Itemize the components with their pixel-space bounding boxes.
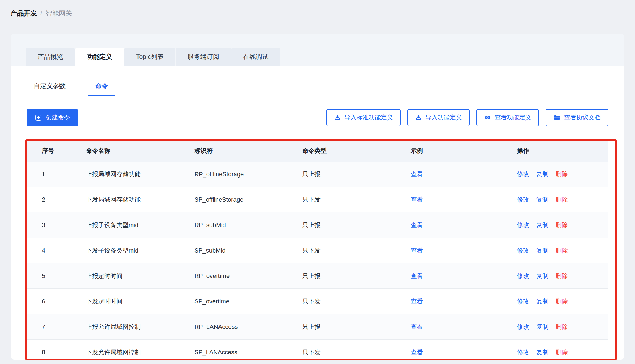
create-command-label: 创建命令: [46, 113, 70, 122]
delete-link[interactable]: 删除: [556, 348, 568, 357]
table-row: 1 上报局域网存储功能 RP_offlineStorage 只上报 查看 修改 …: [27, 162, 608, 187]
subtab-commands[interactable]: 命令: [88, 77, 115, 96]
cell-command-name: 下发子设备类型mid: [86, 246, 194, 255]
view-example-link[interactable]: 查看: [411, 349, 423, 356]
sub-tabbar: 自定义参数 命令: [27, 77, 608, 96]
breadcrumb-separator: /: [40, 9, 42, 17]
delete-link[interactable]: 删除: [556, 272, 568, 280]
eye-icon: [484, 114, 491, 121]
toolbar: 创建命令 导入标准功能定义: [27, 109, 608, 126]
table-row: 6 下发超时时间 SP_overtime 只下发 查看 修改 复制 删除: [27, 289, 608, 314]
edit-link[interactable]: 修改: [517, 246, 529, 255]
table-body: 1 上报局域网存储功能 RP_offlineStorage 只上报 查看 修改 …: [27, 162, 608, 360]
column-header-type: 命令类型: [302, 147, 411, 155]
cell-command-name: 下发超时时间: [86, 297, 194, 306]
delete-link[interactable]: 删除: [556, 170, 568, 178]
tab-topic-list[interactable]: Topic列表: [124, 48, 175, 66]
cell-no: 3: [42, 222, 86, 229]
table-row: 4 下发子设备类型mid SP_subMid 只下发 查看 修改 复制 删除: [27, 238, 608, 263]
cell-identifier: RP_LANAccess: [194, 323, 302, 331]
cell-operations: 修改 复制 删除: [517, 272, 603, 280]
edit-link[interactable]: 修改: [517, 221, 529, 229]
tab-product-overview[interactable]: 产品概览: [26, 48, 75, 66]
column-header-operations: 操作: [517, 147, 603, 155]
view-example-link[interactable]: 查看: [411, 196, 423, 203]
cell-command-name: 下发局域网存储功能: [86, 196, 194, 204]
cell-example: 查看: [411, 348, 517, 357]
subtab-custom-params[interactable]: 自定义参数: [27, 77, 73, 96]
copy-link[interactable]: 复制: [536, 272, 548, 280]
import-icon: [415, 114, 422, 121]
copy-link[interactable]: 复制: [536, 170, 548, 178]
edit-link[interactable]: 修改: [517, 196, 529, 204]
create-command-button[interactable]: 创建命令: [27, 109, 78, 126]
cell-example: 查看: [411, 297, 517, 306]
view-definition-button[interactable]: 查看功能定义: [476, 109, 539, 126]
cell-command-name: 上报子设备类型mid: [86, 221, 194, 229]
view-protocol-doc-button[interactable]: 查看协议文档: [546, 109, 608, 126]
tab-server-subscription[interactable]: 服务端订阅: [176, 48, 231, 66]
edit-link[interactable]: 修改: [517, 297, 529, 306]
cell-no: 8: [42, 349, 86, 356]
edit-link[interactable]: 修改: [517, 323, 529, 331]
edit-link[interactable]: 修改: [517, 170, 529, 178]
copy-link[interactable]: 复制: [536, 323, 548, 331]
delete-link[interactable]: 删除: [556, 297, 568, 306]
delete-link[interactable]: 删除: [556, 196, 568, 204]
cell-command-type: 只下发: [302, 196, 411, 204]
view-example-link[interactable]: 查看: [411, 272, 423, 279]
cell-example: 查看: [411, 323, 517, 331]
cell-command-name: 上报超时时间: [86, 272, 194, 280]
cell-no: 7: [42, 323, 86, 331]
edit-link[interactable]: 修改: [517, 348, 529, 357]
import-icon: [334, 114, 341, 121]
cell-no: 5: [42, 272, 86, 280]
breadcrumb-root[interactable]: 产品开发: [11, 9, 37, 18]
cell-identifier: SP_offlineStorage: [194, 196, 302, 203]
view-example-link[interactable]: 查看: [411, 171, 423, 178]
cell-operations: 修改 复制 删除: [517, 170, 603, 178]
table-row: 8 下发允许局域网控制 SP_LANAccess 只下发 查看 修改 复制 删除: [27, 340, 608, 360]
delete-link[interactable]: 删除: [556, 323, 568, 331]
table-row: 2 下发局域网存储功能 SP_offlineStorage 只下发 查看 修改 …: [27, 187, 608, 212]
copy-link[interactable]: 复制: [536, 297, 548, 306]
view-example-link[interactable]: 查看: [411, 323, 423, 330]
table-row: 5 上报超时时间 RP_overtime 只上报 查看 修改 复制 删除: [27, 263, 608, 289]
view-example-link[interactable]: 查看: [411, 298, 423, 305]
edit-link[interactable]: 修改: [517, 272, 529, 280]
cell-command-name: 上报局域网存储功能: [86, 170, 194, 178]
cell-no: 2: [42, 196, 86, 203]
cell-identifier: SP_LANAccess: [194, 349, 302, 356]
delete-link[interactable]: 删除: [556, 246, 568, 255]
column-header-name: 命令名称: [86, 147, 194, 155]
view-example-link[interactable]: 查看: [411, 247, 423, 254]
cell-command-type: 只下发: [302, 348, 411, 357]
copy-link[interactable]: 复制: [536, 348, 548, 357]
copy-link[interactable]: 复制: [536, 246, 548, 255]
copy-link[interactable]: 复制: [536, 196, 548, 204]
cell-identifier: RP_subMid: [194, 222, 302, 229]
delete-link[interactable]: 删除: [556, 221, 568, 229]
folder-icon: [553, 114, 561, 121]
import-standard-definition-button[interactable]: 导入标准功能定义: [326, 109, 401, 126]
tab-online-debug[interactable]: 在线调试: [231, 48, 280, 66]
tab-function-definition[interactable]: 功能定义: [75, 48, 124, 66]
cell-no: 1: [42, 171, 86, 178]
cell-command-name: 上报允许局域网控制: [86, 323, 194, 331]
view-protocol-doc-label: 查看协议文档: [564, 113, 601, 122]
table-header-row: 序号 命令名称 标识符 命令类型 示例 操作: [27, 140, 608, 162]
plus-square-icon: [35, 114, 42, 121]
import-standard-definition-label: 导入标准功能定义: [344, 113, 393, 122]
cell-operations: 修改 复制 删除: [517, 246, 603, 255]
breadcrumb: 产品开发 / 智能网关: [11, 9, 72, 18]
copy-link[interactable]: 复制: [536, 221, 548, 229]
import-definition-button[interactable]: 导入功能定义: [407, 109, 470, 126]
import-definition-label: 导入功能定义: [425, 113, 462, 122]
view-example-link[interactable]: 查看: [411, 222, 423, 228]
cell-example: 查看: [411, 221, 517, 229]
cell-operations: 修改 复制 删除: [517, 221, 603, 229]
cell-example: 查看: [411, 196, 517, 204]
column-header-no: 序号: [42, 147, 86, 155]
main-tabbar: 产品概览 功能定义 Topic列表 服务端订阅 在线调试: [11, 34, 624, 66]
cell-no: 6: [42, 298, 86, 305]
